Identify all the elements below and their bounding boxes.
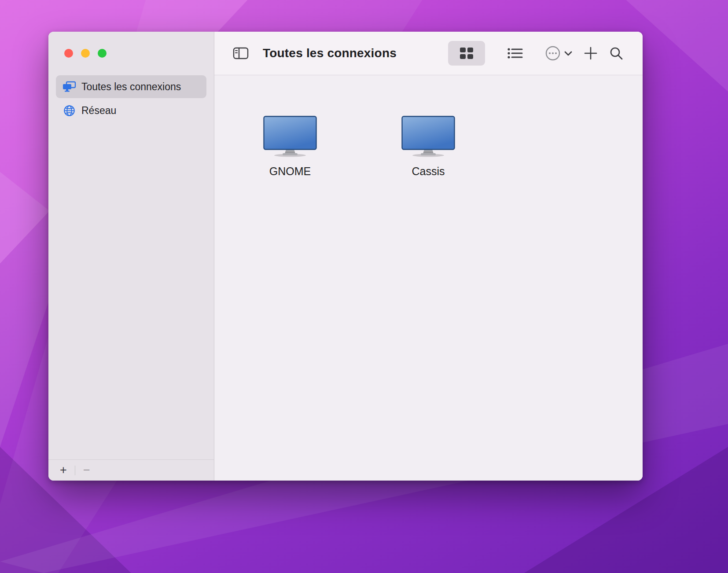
grid-view-button[interactable] <box>448 41 485 66</box>
sidebar-item-label: Réseau <box>81 105 116 117</box>
toolbar-actions <box>448 41 623 66</box>
sidebar-item-label: Toutes les connexions <box>81 81 181 93</box>
connection-tile-cassis[interactable]: Cassis <box>393 116 463 178</box>
zoom-window-button[interactable] <box>98 49 107 58</box>
connection-name: GNOME <box>269 165 311 178</box>
displays-icon <box>62 81 76 93</box>
footer-divider <box>75 466 75 475</box>
page-title: Toutes les connexions <box>263 46 397 60</box>
more-options-button[interactable] <box>545 45 572 61</box>
list-view-button[interactable] <box>496 41 533 66</box>
sidebar-item-all-connections[interactable]: Toutes les connexions <box>56 75 206 98</box>
display-icon <box>401 116 455 157</box>
sidebar-toggle-icon <box>233 47 249 60</box>
plus-icon <box>584 46 598 60</box>
list-view-icon <box>507 47 523 60</box>
sidebar-list: Toutes les connexions Réseau <box>48 75 214 122</box>
connections-grid: GNOME Cassis <box>214 75 643 481</box>
display-icon <box>263 116 317 157</box>
grid-view-icon <box>459 47 474 60</box>
minimize-window-button[interactable] <box>81 49 90 58</box>
app-window: Toutes les connexions Réseau <box>48 32 643 481</box>
toggle-sidebar-button[interactable] <box>233 47 249 60</box>
remove-connection-button[interactable]: − <box>78 463 96 478</box>
add-connection-toolbar-button[interactable] <box>584 46 598 60</box>
desktop-background: Toutes les connexions Réseau <box>0 0 728 573</box>
search-button[interactable] <box>609 46 623 60</box>
globe-icon <box>62 104 76 117</box>
ellipsis-circle-icon <box>545 45 561 61</box>
sidebar: Toutes les connexions Réseau <box>48 32 214 481</box>
search-icon <box>609 46 623 60</box>
connection-name: Cassis <box>412 165 445 178</box>
window-controls <box>64 49 107 58</box>
main-pane: Toutes les connexions <box>214 32 643 481</box>
sidebar-footer: + − <box>48 459 214 481</box>
chevron-down-icon <box>564 51 572 56</box>
add-connection-button[interactable]: + <box>55 463 72 478</box>
close-window-button[interactable] <box>64 49 73 58</box>
toolbar: Toutes les connexions <box>214 32 643 75</box>
connection-tile-gnome[interactable]: GNOME <box>255 116 325 178</box>
sidebar-item-network[interactable]: Réseau <box>56 99 206 122</box>
